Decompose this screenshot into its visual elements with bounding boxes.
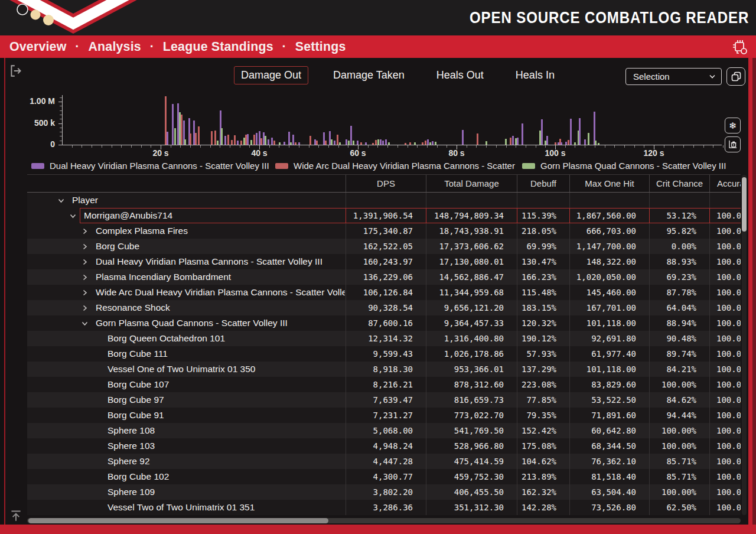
chevron-right-icon[interactable] [82, 300, 92, 315]
cell-dps: 7,639.47 [346, 392, 426, 408]
chart-bar [382, 141, 384, 145]
x-tick [634, 145, 635, 148]
cell-total_damage: 773,022.70 [426, 408, 517, 423]
cell-accuracy: 100.00% [709, 331, 741, 346]
cell-accuracy [709, 193, 741, 208]
cell-max_one_hit: 666,703.00 [569, 223, 649, 239]
chart-bar [360, 142, 362, 145]
header-dps[interactable]: DPS [346, 175, 426, 192]
chevron-down-icon[interactable] [58, 193, 68, 208]
table-row-borg-cube-102[interactable]: Borg Cube 1024,300.77459,752.30213.89%81… [27, 469, 741, 484]
vertical-scrollbar-thumb[interactable] [742, 177, 747, 232]
chart-bar [295, 142, 296, 145]
header-max-one-hit[interactable]: Max One Hit [569, 175, 649, 192]
vertical-scrollbar[interactable] [742, 175, 747, 515]
cell-total_damage: 528,966.80 [426, 438, 517, 454]
horizontal-scrollbar[interactable] [27, 518, 741, 523]
table-row-complex-plasma-fires[interactable]: Complex Plasma Fires175,340.8718,743,938… [27, 223, 741, 239]
chart-bar [462, 130, 464, 145]
table-row-resonance-shock[interactable]: Resonance Shock90,328.549,656,121.20183.… [27, 300, 741, 315]
nav-item-league-standings[interactable]: League Standings [163, 39, 273, 54]
chart-bar [348, 141, 350, 145]
chart-bar [331, 139, 333, 145]
scroll-to-top-icon[interactable] [8, 508, 24, 523]
chevron-right-icon[interactable] [82, 223, 92, 239]
cell-crit_chance: 100.00% [649, 377, 709, 392]
table-row-borg-cube-111[interactable]: Borg Cube 1119,599.431,026,178.8657.93%6… [27, 346, 741, 362]
cell-debuff: 79.35% [517, 408, 569, 423]
chart-bar [256, 133, 258, 145]
cell-accuracy: 100.00% [709, 269, 741, 285]
table-row-vessel-one-of-two-unimatrix-01-350[interactable]: Vessel One of Two Unimatrix 01 3508,918.… [27, 362, 741, 377]
table-row-wide-arc-dual-heavy-viridian-plasma-cannons-scatter-volley-iii[interactable]: Wide Arc Dual Heavy Viridian Plasma Cann… [27, 285, 741, 300]
table-row-morrigan-anubis714[interactable]: Morrigan@Anubis7141,391,906.54148,794,80… [27, 208, 741, 223]
chart-bar [221, 128, 223, 145]
cell-crit_chance: 85.71% [649, 469, 709, 484]
cell-crit_chance: 88.94% [649, 315, 709, 331]
y-tick-label: 0 [22, 139, 55, 149]
x-tick [545, 145, 546, 148]
nav-item-analysis[interactable]: Analysis [88, 39, 141, 54]
cell-debuff: 142.28% [517, 500, 569, 515]
cell-dps: 5,068.00 [346, 423, 426, 438]
damage-chart[interactable]: 20 s40 s60 s80 s100 s120 s0500 k1.00 M [0, 58, 756, 176]
chart-bar [594, 112, 595, 145]
chevron-right-icon[interactable] [82, 285, 92, 300]
clear-chart-button[interactable] [725, 136, 741, 152]
header-accuracy[interactable]: Accuracy [709, 175, 741, 192]
chart-bar [167, 132, 168, 145]
header-crit-chance[interactable]: Crit Chance [649, 175, 709, 192]
cell-dps: 175,340.87 [346, 223, 426, 239]
cell-debuff: 175.08% [517, 438, 569, 454]
chevron-right-icon[interactable] [82, 254, 92, 269]
nav-item-settings[interactable]: Settings [295, 39, 346, 54]
cell-max_one_hit: 1,020,050.00 [569, 269, 649, 285]
x-tick [131, 145, 132, 148]
nav-item-overview[interactable]: Overview [9, 39, 66, 54]
snowflake-icon: ❄ [729, 121, 737, 131]
chevron-right-icon[interactable] [82, 239, 92, 254]
table-row-dual-heavy-viridian-plasma-cannons-scatter-volley-iii[interactable]: Dual Heavy Viridian Plasma Cannons - Sca… [27, 254, 741, 269]
chip-icon[interactable] [732, 39, 748, 55]
table-row-borg-cube-91[interactable]: Borg Cube 917,231.27773,022.7079.35%71,8… [27, 408, 741, 423]
freeze-chart-button[interactable]: ❄ [725, 118, 741, 134]
cell-accuracy: 100.00% [709, 254, 741, 269]
table-row-borg-cube-97[interactable]: Borg Cube 977,639.47816,659.7377.85%53,5… [27, 392, 741, 408]
header-debuff[interactable]: Debuff [517, 175, 569, 192]
horizontal-scrollbar-thumb[interactable] [28, 518, 328, 523]
chart-bar [579, 118, 581, 145]
cell-crit_chance: 90.48% [649, 331, 709, 346]
chart-bar [316, 141, 318, 145]
header-total-damage[interactable]: Total Damage [426, 175, 517, 192]
x-tick [289, 145, 289, 148]
table-row-sphere-109[interactable]: Sphere 1093,802.20406,455.50162.32%63,50… [27, 484, 741, 500]
chart-bar [198, 126, 200, 145]
cell-crit_chance: 100.00% [649, 438, 709, 454]
table-row-vessel-two-of-two-unimatrix-01-351[interactable]: Vessel Two of Two Unimatrix 01 3513,286.… [27, 500, 741, 515]
table-row-borg-cube-107[interactable]: Borg Cube 1078,216.21878,312.60223.08%83… [27, 377, 741, 392]
table-row-sphere-92[interactable]: Sphere 924,447.28475,414.59104.62%76,362… [27, 454, 741, 469]
chevron-down-icon[interactable] [70, 208, 80, 223]
cell-dps: 9,599.43 [346, 346, 426, 362]
window-border-right [748, 58, 756, 525]
table-row-borg-cube[interactable]: Borg Cube162,522.0517,373,606.6269.99%1,… [27, 239, 741, 254]
cell-max_one_hit [569, 193, 649, 208]
chart-bar [309, 136, 311, 145]
cell-total_damage: 878,312.60 [426, 377, 517, 392]
chevron-spacer [93, 331, 103, 346]
x-tick [516, 145, 516, 148]
table-row-sphere-103[interactable]: Sphere 1034,948.24528,966.80175.08%68,34… [27, 438, 741, 454]
table-row-plasma-incendiary-bombardment[interactable]: Plasma Incendiary Bombardment136,229.061… [27, 269, 741, 285]
chevron-down-icon[interactable] [82, 315, 92, 331]
x-tick [230, 145, 230, 148]
x-tick [437, 145, 438, 148]
cell-accuracy: 100.00% [709, 469, 741, 484]
table-row-player[interactable]: Player [27, 193, 741, 208]
x-tick [614, 145, 615, 148]
chevron-right-icon[interactable] [82, 269, 92, 285]
table-row-gorn-plasma-quad-cannons-scatter-volley-iii[interactable]: Gorn Plasma Quad Cannons - Scatter Volle… [27, 315, 741, 331]
cell-max_one_hit: 83,829.60 [569, 377, 649, 392]
table-row-sphere-108[interactable]: Sphere 1085,068.00541,769.50152.42%60,64… [27, 423, 741, 438]
cell-crit_chance: 100.00% [649, 423, 709, 438]
table-row-borg-queen-octahedron-101[interactable]: Borg Queen Octahedron 10112,314.321,316,… [27, 331, 741, 346]
